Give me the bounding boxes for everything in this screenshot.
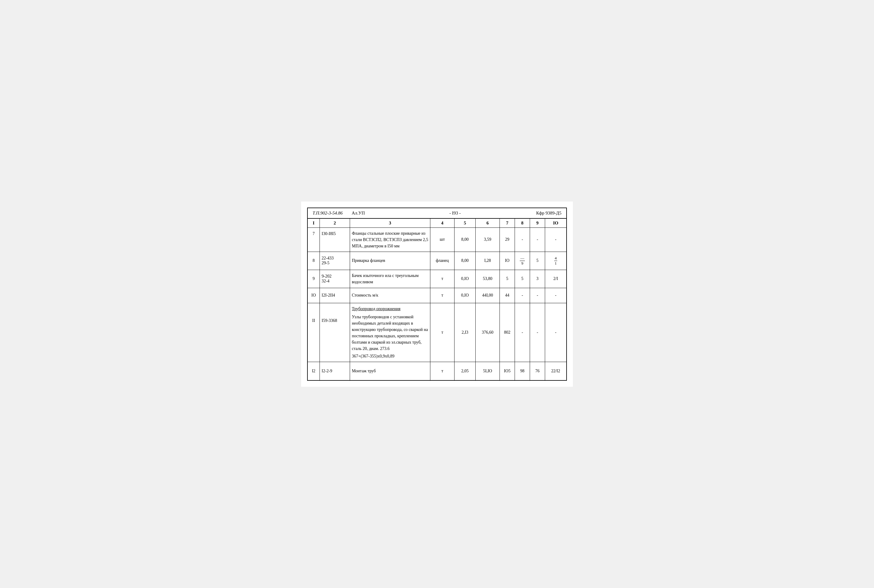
table-row: I2 I2-2-9 Монтаж труб т 2,05 5I,IO IO5 9…	[308, 362, 566, 380]
col-header-3: 3	[350, 219, 430, 228]
row9-col7: 5	[500, 270, 515, 288]
row11-num: II	[308, 303, 320, 362]
row12-col10: 22/I2	[545, 362, 566, 380]
fraction-8-10: 4 1	[554, 256, 558, 266]
document-table: Т.П.902-3-54.86 Ал.УП - I93 - Кфр 9389-Д…	[307, 208, 567, 381]
table-row: 8 22-433 29-5 Приварка фланцев фланец 8,…	[308, 252, 566, 270]
row10-col6: 44I,00	[476, 288, 500, 303]
col-header-5: 5	[454, 219, 476, 228]
row10-col5: 0,IO	[454, 288, 476, 303]
doc-section: Ал.УП	[352, 211, 365, 216]
doc-italic: 54.86	[332, 211, 343, 215]
row12-unit: т	[430, 362, 454, 380]
row11-col8: -	[515, 303, 530, 362]
row9-unit: т	[430, 270, 454, 288]
row10-col9: -	[530, 288, 545, 303]
col-header-6: 6	[476, 219, 500, 228]
row8-col6: I,28	[476, 252, 500, 270]
row10-col10: -	[545, 288, 566, 303]
row8-col10: 4 1	[545, 252, 566, 270]
row12-col9: 76	[530, 362, 545, 380]
row8-num: 8	[308, 252, 320, 270]
kfr-label: Кфр 9389-Д5	[536, 211, 561, 216]
row12-col5: 2,05	[454, 362, 476, 380]
row9-col9: 3	[530, 270, 545, 288]
col-header-4: 4	[430, 219, 454, 228]
row12-num: I2	[308, 362, 320, 380]
row8-col5: 8,00	[454, 252, 476, 270]
row11-code: I59-3368	[320, 303, 350, 362]
doc-number: Т.П.902-3-54.86	[313, 211, 343, 216]
col-header-1: I	[308, 219, 320, 228]
col-header-9: 9	[530, 219, 545, 228]
row12-desc: Монтаж труб	[350, 362, 430, 380]
table-row: IO I2I-2II4 Стоимость м/к т 0,IO 44I,00 …	[308, 288, 566, 303]
row7-col9: -	[530, 228, 545, 252]
row12-code: I2-2-9	[320, 362, 350, 380]
col-header-10: IO	[545, 219, 566, 228]
table-row: II I59-3368 Трубопровод опорожнения Узлы…	[308, 303, 566, 362]
row9-col5: 0,IO	[454, 270, 476, 288]
row8-code: 22-433 29-5	[320, 252, 350, 270]
row7-col10: -	[545, 228, 566, 252]
row7-col5: 8,00	[454, 228, 476, 252]
row8-col8: — 9	[515, 252, 530, 270]
doc-number-text: Т.П.902-3-	[313, 211, 332, 215]
row7-code: I30-I8I5	[320, 228, 350, 252]
row11-formula: 367+(367-355)х0,9х0,89	[352, 353, 394, 359]
row12-col6: 5I,IO	[476, 362, 500, 380]
row10-code: I2I-2II4	[320, 288, 350, 303]
row9-col8: 5	[515, 270, 530, 288]
row10-unit: т	[430, 288, 454, 303]
row11-desc-text: Узлы трубопроводов с установкой необходи…	[352, 314, 428, 352]
row10-desc: Стоимость м/к	[350, 288, 430, 303]
row11-col5: 2,I3	[454, 303, 476, 362]
row11-desc: Трубопровод опорожнения Узлы трубопровод…	[350, 303, 430, 362]
column-headers: I 2 3 4 5 6 7 8 9 IO	[308, 219, 566, 228]
row7-desc: Фланцы стальные плоские приварные из ста…	[350, 228, 430, 252]
table-row: 7 I30-I8I5 Фланцы стальные плоские прива…	[308, 228, 566, 252]
col-header-7: 7	[500, 219, 515, 228]
row8-unit: фланец	[430, 252, 454, 270]
page-number: - I93 -	[374, 211, 536, 216]
table-row: 9 9-202 32-4 Бачек изыточного ила с треу…	[308, 270, 566, 288]
row9-desc: Бачек изыточного ила с треугольным водос…	[350, 270, 430, 288]
row8-col9: 5	[530, 252, 545, 270]
row10-col7: 44	[500, 288, 515, 303]
row7-unit: шт	[430, 228, 454, 252]
row8-desc: Приварка фланцев	[350, 252, 430, 270]
row11-col9: -	[530, 303, 545, 362]
row7-col6: 3,59	[476, 228, 500, 252]
row7-col8: -	[515, 228, 530, 252]
header-row: Т.П.902-3-54.86 Ал.УП - I93 - Кфр 9389-Д…	[308, 208, 566, 219]
row11-unit: т	[430, 303, 454, 362]
fraction-8-8: — 9	[520, 256, 525, 266]
row12-col7: IO5	[500, 362, 515, 380]
page-container: Т.П.902-3-54.86 Ал.УП - I93 - Кфр 9389-Д…	[301, 201, 573, 387]
row8-col7: IO	[500, 252, 515, 270]
row7-col7: 29	[500, 228, 515, 252]
row9-col6: 53,80	[476, 270, 500, 288]
row11-subtitle: Трубопровод опорожнения	[352, 306, 400, 312]
row10-num: IO	[308, 288, 320, 303]
col-header-8: 8	[515, 219, 530, 228]
col-header-2: 2	[320, 219, 350, 228]
row9-col10: 2/I	[545, 270, 566, 288]
row12-col8: 98	[515, 362, 530, 380]
row11-col6: 376,60	[476, 303, 500, 362]
row7-num: 7	[308, 228, 320, 252]
row11-col10: -	[545, 303, 566, 362]
row9-code: 9-202 32-4	[320, 270, 350, 288]
row9-num: 9	[308, 270, 320, 288]
row11-col7: 802	[500, 303, 515, 362]
row10-col8: -	[515, 288, 530, 303]
